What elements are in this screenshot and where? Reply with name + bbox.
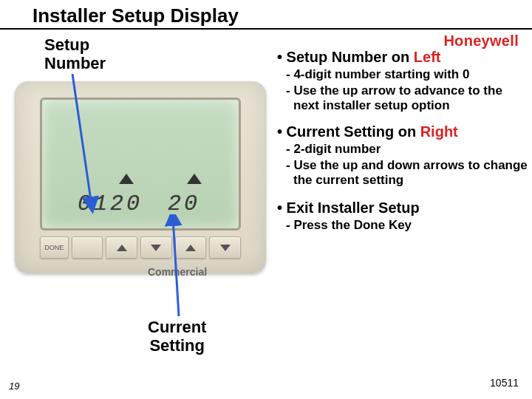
screen-up-arrow-icon (119, 174, 134, 184)
sub-bullet: Use the up arrow to advance to the next … (293, 83, 528, 113)
bullet-text: • Current Setting on (277, 123, 420, 140)
bullet-exit: • Exit Installer Setup (277, 200, 528, 216)
sub-bullet: 4-digit number starting with 0 (293, 67, 528, 82)
done-button[interactable]: DONE (40, 236, 69, 259)
down-arrow-icon (151, 245, 161, 251)
code-number: 10511 (490, 377, 519, 389)
slide-title: Installer Setup Display (33, 4, 532, 27)
blank-button[interactable] (72, 236, 103, 259)
button-row: DONE (40, 236, 241, 259)
current-setting-value: 20 (168, 191, 200, 216)
screen-up-arrow-icon (187, 174, 202, 184)
lcd-screen: 0120 20 (40, 98, 241, 231)
thermostat-device: 0120 20 DONE (15, 81, 266, 273)
sub-bullet: Press the Done Key (293, 218, 528, 233)
up-button[interactable] (175, 236, 207, 259)
up-arrow-icon (117, 245, 127, 251)
bullet-current-setting: • Current Setting on Right (277, 123, 528, 140)
bullet-text: • Setup Number on (277, 49, 414, 65)
setup-number-value: 0120 (78, 191, 143, 216)
page-number: 19 (9, 381, 19, 392)
down-button[interactable] (140, 236, 172, 259)
commercial-label: Commercial (148, 266, 207, 278)
notes-column: • Setup Number on Left 4-digit number st… (277, 46, 528, 234)
sub-bullet: 2-digit number (293, 142, 528, 157)
setup-number-label: Setup Number (44, 35, 106, 73)
down-button[interactable] (209, 236, 241, 259)
sub-bullet: Use the up and down arrows to change the… (293, 158, 528, 188)
highlight-right: Right (420, 123, 458, 140)
current-setting-label: Current Setting (148, 318, 206, 355)
down-arrow-icon (220, 245, 231, 251)
up-button[interactable] (106, 236, 137, 259)
title-underline (0, 28, 532, 30)
bullet-setup-number: • Setup Number on Left (277, 49, 528, 66)
highlight-left: Left (414, 49, 441, 65)
up-arrow-icon (185, 245, 196, 251)
